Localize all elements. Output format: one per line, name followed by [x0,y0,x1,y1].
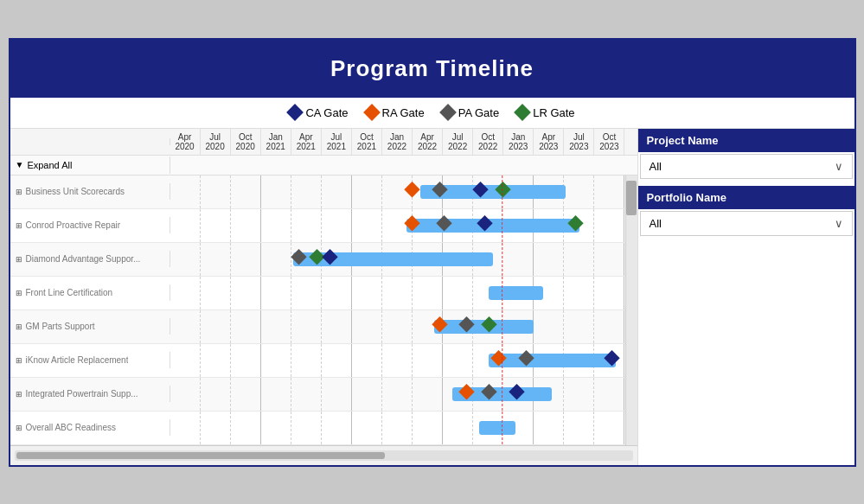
row-expand-icon[interactable]: ⊞ [16,255,22,264]
timeline-grid [170,277,625,309]
grid-col [231,175,261,208]
timeline-header: Apr 2020Jul 2020Oct 2020Jan 2021Apr 2021… [170,129,625,155]
grid-col [170,310,201,343]
table-row: ⊞ Diamond Advantage Suppor... [10,243,625,277]
grid-col [261,310,291,343]
table-row: ⊞ Business Unit Scorecards [10,175,625,209]
bottom-scrollbar[interactable] [15,450,633,461]
expand-all-row[interactable]: ▼ Expand All [10,156,637,175]
grid-col [170,344,201,377]
row-expand-icon[interactable]: ⊞ [16,289,22,297]
grid-col [352,378,382,411]
grid-col [564,243,594,276]
grid-col [352,175,382,208]
ra-gate-icon [363,104,381,121]
month-label-12: Apr 2023 [534,129,564,155]
grid-col [291,378,322,411]
row-content-2 [170,243,625,276]
row-header-blank [10,138,170,145]
grid-col [564,277,594,309]
grid-col [201,277,231,309]
grid-col [170,277,201,309]
row-expand-icon[interactable]: ⊞ [16,322,22,331]
grid-col [413,277,443,309]
expand-all-label[interactable]: ▼ Expand All [10,156,170,174]
month-label-0: Apr 2020 [170,129,201,155]
row-expand-icon[interactable]: ⊞ [16,356,22,365]
grid-col [564,310,594,343]
today-line [502,344,502,377]
portfolio-name-select[interactable]: All ∨ [640,211,853,236]
today-line [502,175,502,208]
month-label-13: Jul 2023 [564,129,594,155]
grid-col [201,310,231,343]
grid-col [231,378,261,411]
row-content-6 [170,378,625,411]
grid-col [231,277,261,309]
gantt-bar [489,354,616,367]
vertical-scrollbar[interactable] [625,175,637,445]
row-content-3 [170,277,625,309]
grid-col [443,277,473,309]
month-labels: Apr 2020Jul 2020Oct 2020Jan 2021Apr 2021… [170,129,625,155]
row-content-0 [170,175,625,208]
grid-col [534,243,564,276]
grid-col [291,175,322,208]
month-label-1: Jul 2020 [201,129,231,155]
today-line [502,277,502,309]
table-row: ⊞ GM Parts Support [10,310,625,344]
grid-col [291,277,322,309]
project-name-select[interactable]: All ∨ [640,154,853,179]
scrollbar-thumb[interactable] [626,181,637,215]
row-expand-icon[interactable]: ⊞ [16,424,22,432]
grid-col [352,310,382,343]
grid-col [382,344,413,377]
gantt-body: ⊞ Business Unit Scorecards⊞ Conrod Proac… [10,175,637,445]
row-label-4: ⊞ GM Parts Support [10,318,170,335]
grid-col [170,209,201,242]
row-expand-icon[interactable]: ⊞ [16,188,22,196]
month-label-11: Jan 2023 [503,129,534,155]
grid-col [594,243,624,276]
grid-col [231,411,261,444]
grid-col [231,310,261,343]
row-label-2: ⊞ Diamond Advantage Suppor... [10,251,170,267]
grid-col [170,243,201,276]
grid-col [322,175,352,208]
row-label-0: ⊞ Business Unit Scorecards [10,183,170,200]
ra-gate-label: RA Gate [382,106,425,119]
timeline-grid [170,378,625,411]
row-expand-icon[interactable]: ⊞ [16,390,22,399]
row-content-4 [170,310,625,343]
grid-col [382,378,413,411]
grid-col [443,411,473,444]
ca-gate-icon [287,104,304,121]
grid-col [201,378,231,411]
month-label-3: Jan 2021 [261,129,291,155]
header: Program Timeline [10,40,854,98]
legend-item-ca: CA Gate [289,106,348,119]
bottom-scrollbar-thumb[interactable] [16,452,386,459]
grid-col [231,243,261,276]
grid-col [201,243,231,276]
grid-col [291,209,322,242]
gantt-header: Apr 2020Jul 2020Oct 2020Jan 2021Apr 2021… [10,129,637,156]
timeline-grid [170,411,625,444]
grid-col [352,344,382,377]
grid-col [322,277,352,309]
grid-col [322,310,352,343]
today-line [502,243,502,276]
month-label-9: Jul 2022 [443,129,473,155]
pa-gate-icon [439,104,457,121]
grid-col [261,175,291,208]
month-label-2: Oct 2020 [231,129,261,155]
project-name-arrow-icon: ∨ [835,160,843,173]
grid-col [291,411,322,444]
grid-col [382,411,413,444]
table-row: ⊞ Integrated Powertrain Supp... [10,378,625,411]
row-expand-icon[interactable]: ⊞ [16,221,22,230]
filter-panel: Project Name All ∨ Portfolio Name All ∨ [638,129,854,465]
month-label-6: Oct 2021 [352,129,382,155]
gantt-bar [406,219,579,233]
table-row: ⊞ iKnow Article Replacement [10,344,625,378]
